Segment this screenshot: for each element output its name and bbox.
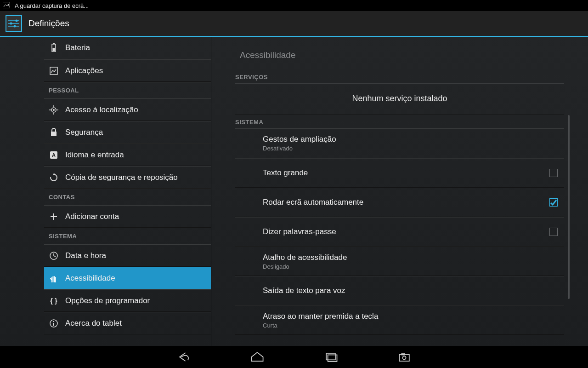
restore-icon: [49, 172, 59, 183]
setting-text: Rodar ecrã automaticamente: [263, 198, 549, 207]
setting-text: Atraso ao manter premida a teclaCurta: [263, 312, 560, 329]
setting-title: Atraso ao manter premida a tecla: [263, 312, 560, 321]
setting-row[interactable]: Dizer palavras-passe: [235, 217, 564, 247]
svg-point-4: [10, 23, 12, 25]
setting-text: Saída de texto para voz: [263, 286, 560, 295]
checkbox[interactable]: [549, 198, 558, 207]
sidebar-item-about[interactable]: Acerca do tablet: [44, 312, 211, 334]
page-title: Definições: [28, 18, 69, 29]
location-icon: [49, 105, 59, 115]
setting-title: Saída de texto para voz: [263, 286, 560, 295]
svg-rect-31: [399, 355, 409, 361]
section-header-servicos: SERVIÇOS: [235, 74, 564, 84]
setting-row[interactable]: Rodar ecrã automaticamente: [235, 188, 564, 217]
home-button[interactable]: [248, 350, 266, 364]
section-header-sistema: SISTEMA: [235, 119, 564, 129]
sidebar-item-seguranca[interactable]: Segurança: [44, 121, 211, 144]
svg-point-32: [402, 356, 406, 359]
setting-title: Dizer palavras-passe: [263, 227, 549, 236]
navigation-bar: [0, 346, 588, 368]
svg-rect-0: [3, 2, 10, 8]
braces-icon: { }: [49, 296, 59, 306]
setting-row[interactable]: Texto grande: [235, 158, 564, 188]
setting-text: Texto grande: [263, 168, 549, 178]
sidebar-item-dev[interactable]: { } Opções de programador: [44, 289, 211, 312]
status-text: A guardar captura de ecrã...: [15, 2, 89, 9]
main: Bateria Aplicações PESSOAL Acesso à loca…: [0, 37, 588, 346]
svg-rect-17: [51, 132, 57, 136]
content: Acessibilidade SERVIÇOS Nenhum serviço i…: [211, 37, 588, 346]
sidebar-item-label: Bateria: [65, 43, 90, 52]
lock-icon: [49, 127, 59, 138]
svg-rect-9: [53, 48, 55, 51]
info-icon: [49, 318, 59, 328]
sidebar-item-label: Adicionar conta: [65, 212, 119, 221]
setting-subtitle: Desligado: [263, 263, 560, 270]
hand-icon: [49, 273, 59, 283]
setting-text: Atalho de acessibilidadeDesligado: [263, 253, 560, 270]
sidebar-item-acessibilidade[interactable]: Acessibilidade: [44, 267, 211, 289]
svg-line-24: [54, 256, 56, 257]
scrollbar[interactable]: [568, 115, 570, 299]
setting-text: Gestos de ampliaçãoDesativado: [263, 135, 560, 152]
svg-text:A: A: [52, 152, 56, 158]
checkbox[interactable]: [549, 228, 558, 236]
sidebar-item-data-hora[interactable]: Data e hora: [44, 244, 211, 267]
sidebar-item-label: Aplicações: [65, 66, 103, 75]
language-icon: A: [49, 150, 59, 160]
setting-row[interactable]: Atalho de acessibilidadeDesligado: [235, 247, 564, 276]
sidebar-item-idioma[interactable]: A Idioma e entrada: [44, 144, 211, 166]
sidebar-item-label: Acessibilidade: [65, 274, 115, 283]
sidebar-header-contas: CONTAS: [44, 189, 211, 205]
apps-icon: [49, 66, 59, 76]
setting-row[interactable]: Atraso ao manter premida a teclaCurta: [235, 305, 564, 335]
checkbox[interactable]: [549, 169, 558, 177]
status-bar: A guardar captura de ecrã...: [0, 0, 588, 11]
no-service-text: Nenhum serviço instalado: [235, 84, 564, 115]
sidebar-item-add-account[interactable]: Adicionar conta: [44, 205, 211, 228]
setting-text: Dizer palavras-passe: [263, 227, 549, 236]
sidebar-item-label: Acerca do tablet: [65, 319, 122, 328]
svg-text:{ }: { }: [50, 297, 57, 305]
sidebar-header-pessoal: PESSOAL: [44, 82, 211, 98]
setting-title: Gestos de ampliação: [263, 135, 560, 144]
svg-point-27: [53, 321, 54, 322]
image-icon: [3, 2, 10, 10]
setting-subtitle: Desativado: [263, 145, 560, 152]
action-bar: Definições: [0, 11, 588, 37]
sidebar-item-label: Opções de programador: [65, 296, 150, 305]
svg-point-12: [53, 109, 55, 111]
sidebar: Bateria Aplicações PESSOAL Acesso à loca…: [0, 37, 211, 346]
setting-row[interactable]: Gestos de ampliaçãoDesativado: [235, 129, 564, 158]
back-button[interactable]: [175, 350, 193, 364]
recent-apps-button[interactable]: [322, 350, 340, 364]
plus-icon: [49, 212, 59, 222]
sidebar-item-bateria[interactable]: Bateria: [44, 37, 211, 59]
setting-title: Texto grande: [263, 168, 549, 178]
sidebar-item-label: Acesso à localização: [65, 105, 138, 115]
battery-icon: [49, 43, 59, 53]
sidebar-item-label: Data e hora: [65, 251, 106, 260]
svg-rect-8: [53, 43, 55, 44]
sidebar-item-label: Idioma e entrada: [65, 150, 124, 160]
sidebar-item-label: Cópia de segurança e reposição: [65, 173, 178, 182]
svg-point-6: [14, 25, 16, 28]
svg-point-2: [16, 20, 18, 22]
sidebar-item-backup[interactable]: Cópia de segurança e reposição: [44, 166, 211, 189]
sidebar-item-localizacao[interactable]: Acesso à localização: [44, 98, 211, 121]
setting-title: Rodar ecrã automaticamente: [263, 198, 549, 207]
setting-title: Atalho de acessibilidade: [263, 253, 560, 262]
content-title: Acessibilidade: [235, 37, 564, 74]
settings-app-icon: [6, 15, 22, 32]
clock-icon: [49, 251, 59, 261]
sidebar-item-label: Segurança: [65, 128, 103, 137]
sidebar-item-aplicacoes[interactable]: Aplicações: [44, 59, 211, 82]
sidebar-header-sistema: SISTEMA: [44, 228, 211, 244]
screenshot-button[interactable]: [395, 350, 413, 364]
setting-subtitle: Curta: [263, 322, 560, 329]
setting-row[interactable]: Saída de texto para voz: [235, 276, 564, 305]
